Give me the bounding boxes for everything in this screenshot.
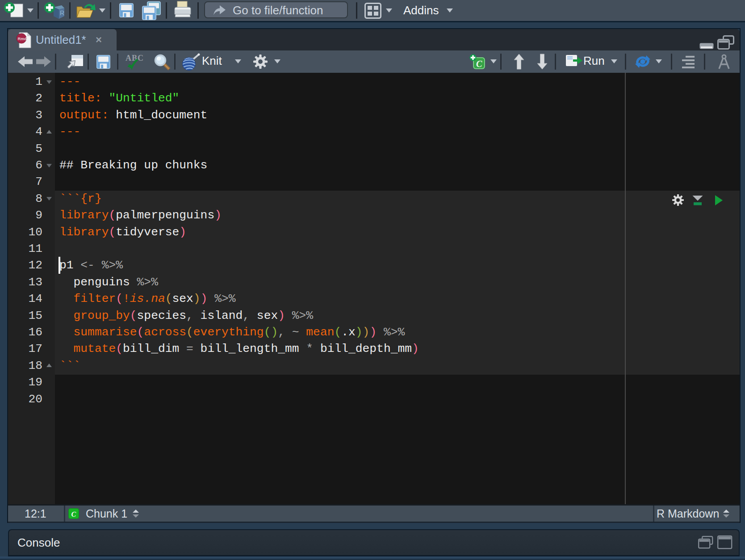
svg-text:R: R bbox=[60, 9, 64, 17]
svg-text:Rmd: Rmd bbox=[18, 37, 27, 41]
svg-text:C: C bbox=[71, 510, 76, 518]
svg-text:C: C bbox=[476, 59, 482, 69]
